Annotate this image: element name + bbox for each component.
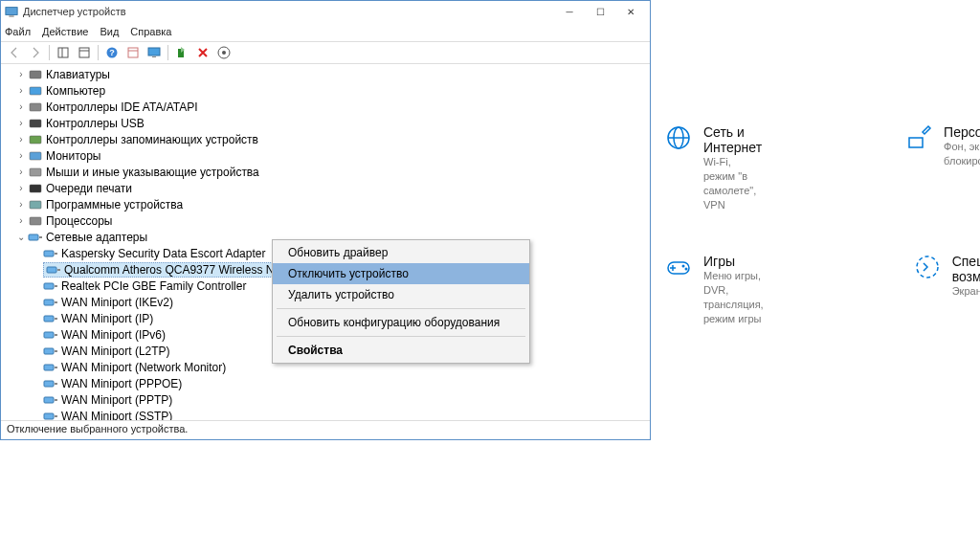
- separator: [98, 45, 99, 60]
- window-title: Диспетчер устройств: [23, 6, 126, 17]
- menu-help[interactable]: Справка: [130, 26, 171, 37]
- settings-card[interactable]: ИгрыМеню игры, DVR, трансляция, режим иг…: [665, 254, 770, 325]
- svg-rect-37: [44, 332, 54, 338]
- svg-rect-33: [44, 300, 54, 305]
- tree-category[interactable]: ›Клавиатуры: [7, 66, 650, 82]
- separator: [49, 45, 50, 60]
- svg-rect-18: [30, 120, 41, 127]
- tree-category[interactable]: ›Мыши и иные указывающие устройства: [7, 164, 650, 180]
- menu-view[interactable]: Вид: [100, 26, 119, 37]
- minimize-button[interactable]: ─: [554, 2, 585, 21]
- svg-rect-39: [44, 348, 54, 354]
- category-label: Процессоры: [46, 214, 113, 228]
- monitor-button[interactable]: [145, 43, 164, 62]
- maximize-button[interactable]: ☐: [585, 2, 615, 21]
- tree-category[interactable]: ›Компьютер: [7, 82, 650, 99]
- adapter-label: Realtek PCIe GBE Family Controller: [61, 279, 246, 293]
- svg-rect-48: [55, 415, 57, 417]
- adapter-icon: [43, 361, 58, 374]
- svg-rect-15: [30, 71, 41, 78]
- settings-card[interactable]: ПерсонализацияФон, экран блокировки: [905, 124, 980, 211]
- status-text: Отключение выбранного устройства.: [7, 423, 188, 434]
- category-label: Сетевые адаптеры: [46, 231, 147, 244]
- svg-rect-31: [44, 283, 54, 289]
- svg-point-14: [222, 51, 226, 55]
- context-menu-item[interactable]: Отключить устройство: [273, 263, 529, 284]
- svg-rect-25: [29, 234, 38, 240]
- svg-rect-44: [55, 383, 57, 385]
- svg-rect-16: [30, 87, 41, 95]
- adapter-icon: [43, 247, 58, 260]
- close-button[interactable]: ✕: [615, 2, 646, 21]
- svg-rect-0: [6, 8, 17, 15]
- svg-rect-34: [55, 301, 57, 303]
- settings-card-icon: [665, 124, 692, 151]
- update-button[interactable]: [172, 43, 191, 62]
- menu-separator: [277, 336, 525, 337]
- adapter-label: WAN Miniport (Network Monitor): [61, 361, 226, 374]
- network-adapter-item[interactable]: WAN Miniport (PPTP): [7, 391, 650, 408]
- tree-category[interactable]: ›Контроллеры IDE ATA/ATAPI: [7, 99, 650, 115]
- context-menu-item[interactable]: Обновить драйвер: [273, 242, 529, 263]
- svg-rect-21: [30, 168, 41, 176]
- settings-card[interactable]: Сеть и ИнтернетWi-Fi, режим "в самолете"…: [665, 124, 762, 211]
- scan-button[interactable]: [214, 43, 234, 62]
- category-label: Контроллеры запоминающих устройств: [46, 133, 258, 146]
- menubar: Файл Действие Вид Справка: [1, 22, 650, 41]
- category-label: Компьютер: [46, 84, 105, 98]
- settings-card-subtitle: Экранный диктор,: [952, 284, 980, 299]
- help-button[interactable]: ?: [102, 43, 122, 62]
- category-label: Клавиатуры: [46, 68, 110, 81]
- disable-button[interactable]: [193, 43, 212, 62]
- svg-text:?: ?: [109, 48, 115, 57]
- svg-rect-19: [30, 136, 41, 144]
- adapter-label: WAN Miniport (IP): [61, 312, 153, 325]
- device-icon: [28, 166, 43, 179]
- svg-rect-26: [39, 236, 42, 238]
- svg-rect-22: [30, 185, 41, 192]
- settings-card[interactable]: Специальные возможностиЭкранный диктор,: [914, 254, 980, 325]
- svg-rect-27: [44, 251, 54, 256]
- menu-separator: [277, 308, 525, 309]
- tree-category[interactable]: ›Программные устройства: [7, 196, 650, 212]
- tree-category[interactable]: ›Процессоры: [7, 212, 650, 229]
- svg-rect-23: [30, 201, 41, 209]
- context-menu-item[interactable]: Удалить устройство: [273, 284, 529, 305]
- svg-rect-45: [44, 397, 54, 403]
- svg-rect-8: [128, 48, 138, 57]
- separator: [167, 45, 168, 60]
- svg-rect-10: [148, 48, 160, 56]
- device-icon: [28, 133, 43, 146]
- device-icon: [28, 182, 43, 195]
- forward-button[interactable]: [26, 43, 45, 62]
- details-button[interactable]: [123, 43, 143, 62]
- tree-category[interactable]: ›Контроллеры USB: [7, 115, 650, 131]
- device-icon: [28, 68, 43, 81]
- svg-rect-32: [55, 285, 57, 287]
- back-button[interactable]: [5, 43, 24, 62]
- menu-file[interactable]: Файл: [5, 26, 31, 37]
- menu-action[interactable]: Действие: [42, 26, 88, 37]
- category-label: Очереди печати: [46, 182, 132, 195]
- context-menu-item[interactable]: Свойства: [273, 340, 529, 361]
- device-manager-window: Диспетчер устройств ─ ☐ ✕ Файл Действие …: [0, 0, 651, 440]
- properties-button[interactable]: [75, 43, 94, 62]
- svg-rect-17: [30, 103, 41, 111]
- settings-card-subtitle: Фон, экран блокировки: [944, 140, 980, 168]
- context-menu-item[interactable]: Обновить конфигурацию оборудования: [273, 312, 529, 333]
- context-menu: Обновить драйверОтключить устройствоУдал…: [272, 239, 530, 364]
- tree-category[interactable]: ›Контроллеры запоминающих устройств: [7, 131, 650, 147]
- network-adapter-item[interactable]: WAN Miniport (PPPOE): [7, 375, 650, 391]
- network-adapter-item[interactable]: WAN Miniport (SSTP): [7, 408, 650, 420]
- settings-card-subtitle: Меню игры, DVR, трансляция, режим игры: [703, 269, 770, 325]
- adapter-label: WAN Miniport (PPPOE): [61, 377, 182, 390]
- category-label: Программные устройства: [46, 198, 183, 211]
- category-label: Контроллеры USB: [46, 117, 145, 130]
- tree-category[interactable]: ›Очереди печати: [7, 180, 650, 196]
- svg-rect-36: [55, 318, 57, 320]
- tree-category[interactable]: ›Мониторы: [7, 147, 650, 164]
- svg-rect-40: [55, 350, 57, 352]
- show-hide-tree-button[interactable]: [54, 43, 73, 62]
- svg-rect-47: [44, 413, 54, 419]
- category-label: Мыши и иные указывающие устройства: [46, 166, 259, 179]
